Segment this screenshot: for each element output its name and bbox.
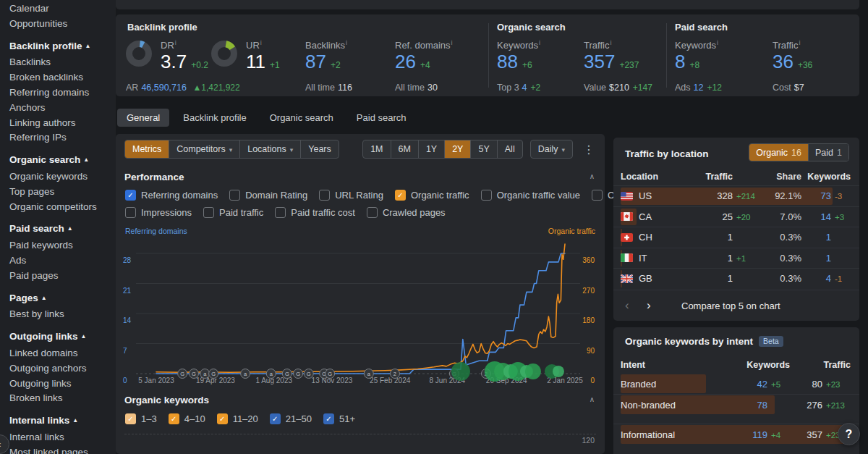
checkbox-impressions[interactable]: Impressions [125, 207, 192, 218]
svg-text:25 Feb 2024: 25 Feb 2024 [370, 377, 411, 384]
sidebar-item-best-by-links[interactable]: Best by links [9, 307, 116, 322]
sidebar-item-outgoing-links[interactable]: Outgoing links [9, 377, 116, 392]
checkbox-paid-traffic-cost[interactable]: Paid traffic cost [275, 207, 355, 218]
metrics-filter-button[interactable]: Metrics [125, 140, 169, 158]
location-row-ch[interactable]: CH10.3%1 [613, 227, 859, 248]
range-6m-button[interactable]: 6M [391, 140, 418, 158]
tab-backlink-profile[interactable]: Backlink profile [174, 109, 255, 127]
collapse-icon: ‹ [0, 439, 1, 450]
sidebar-group-internal-links[interactable]: Internal links▲ [9, 413, 116, 430]
checkbox-paid-traffic[interactable]: Paid traffic [203, 207, 263, 218]
range-5y-button[interactable]: 5Y [470, 140, 496, 158]
next-page-icon[interactable]: › [647, 298, 668, 313]
help-button[interactable]: ? [838, 423, 860, 445]
info-icon[interactable]: i [346, 39, 347, 46]
sidebar-collapse-button[interactable]: ‹ [0, 434, 9, 454]
location-row-gb[interactable]: GB10.3%4-1 [613, 268, 859, 289]
sidebar-item-linking-authors[interactable]: Linking authors [9, 116, 116, 131]
info-icon[interactable]: i [799, 39, 800, 46]
location-row-ca[interactable]: CA25+207.0%14+3 [613, 206, 859, 227]
sidebar-item-backlinks[interactable]: Backlinks [9, 55, 116, 70]
checkbox-51-[interactable]: ✓51+ [323, 413, 355, 424]
range-1y-button[interactable]: 1Y [418, 140, 444, 158]
tab-organic-search[interactable]: Organic search [260, 109, 343, 127]
organic-search-section-title: Organic search [497, 22, 566, 33]
sidebar-group-organic-search[interactable]: Organic search▲ [9, 153, 116, 169]
competitors-filter-button[interactable]: Competitors▾ [169, 140, 239, 158]
location-row-us[interactable]: US328+21492.1%73-3 [613, 185, 859, 206]
checkbox-4-10[interactable]: ✓4–10 [169, 413, 205, 424]
range-2y-button[interactable]: 2Y [444, 140, 470, 158]
toggle-organic-button[interactable]: Organic16 [749, 144, 808, 161]
sidebar-item-ads[interactable]: Ads [9, 253, 116, 269]
collapse-section-icon[interactable]: ∧ [590, 172, 595, 180]
checkbox-11-20[interactable]: ✓11–20 [217, 413, 258, 424]
location-row-it[interactable]: IT1+10.3%1 [613, 248, 859, 269]
sidebar-item-opportunities[interactable]: Opportunities [9, 17, 116, 32]
dr-stat: DRi 3.7+0.2 [161, 39, 208, 72]
flag-gb-icon [621, 274, 633, 283]
checkbox-domain-rating[interactable]: Domain Rating [229, 190, 307, 201]
checkbox-icon: ✓ [217, 413, 228, 424]
metric-checkbox-row: ImpressionsPaid trafficPaid traffic cost… [125, 207, 446, 218]
intent-row-non-branded[interactable]: Non-branded78276+213 [613, 395, 859, 415]
sidebar-item-broken-backlinks[interactable]: Broken backlinks [9, 70, 116, 85]
toggle-paid-button[interactable]: Paid1 [808, 144, 848, 161]
svg-text:90: 90 [587, 347, 595, 355]
column-keywords: Keywords [806, 172, 851, 182]
traffic-by-location-title: Traffic by location [625, 148, 709, 159]
date-range-group: 1M6M1Y2Y5YAll [362, 140, 523, 159]
sidebar-item-broken-links[interactable]: Broken links [9, 391, 116, 406]
more-options-icon[interactable]: ⋮ [580, 143, 597, 156]
checkbox-organic-traffic-value[interactable]: Organic traffic value [481, 190, 580, 201]
sidebar-group-backlink-profile[interactable]: Backlink profile▲ [9, 39, 116, 56]
info-icon[interactable]: i [260, 39, 262, 46]
granularity-dropdown[interactable]: Daily▾ [530, 140, 573, 159]
performance-chart[interactable]: 007901418021270283605 Jan 202319 Apr 202… [119, 238, 602, 384]
sidebar-item-paid-pages[interactable]: Paid pages [9, 269, 116, 284]
info-icon[interactable]: i [175, 39, 176, 46]
checkbox-crawled-pages[interactable]: Crawled pages [367, 207, 446, 218]
sidebar-item-referring-domains[interactable]: Referring domains [9, 85, 116, 101]
country-code: CA [639, 211, 652, 222]
info-icon[interactable]: i [451, 39, 453, 46]
info-icon[interactable]: i [717, 39, 718, 46]
chevron-up-icon: ▲ [85, 43, 91, 49]
sidebar-item-most-linked-pages[interactable]: Most linked pages [9, 445, 116, 454]
sidebar-item-internal-links[interactable]: Internal links [9, 430, 116, 445]
sidebar-group-outgoing-links[interactable]: Outgoing links▲ [9, 329, 116, 346]
up-arrow-icon: ▲ [192, 83, 201, 93]
sidebar-item-anchors[interactable]: Anchors [9, 101, 116, 116]
checkbox-url-rating[interactable]: URL Rating [319, 190, 383, 201]
sidebar-item-organic-competitors[interactable]: Organic competitors [9, 200, 116, 215]
sidebar-item-top-pages[interactable]: Top pages [9, 185, 116, 200]
intent-row-informational[interactable]: Informational119+4357+237 [613, 424, 859, 445]
sidebar-item-linked-domains[interactable]: Linked domains [9, 346, 116, 361]
years-filter-button[interactable]: Years [300, 140, 339, 158]
range-all-button[interactable]: All [497, 140, 522, 158]
dr-gauge-icon [124, 39, 153, 68]
range-1m-button[interactable]: 1M [363, 140, 390, 158]
tab-paid-search[interactable]: Paid search [347, 109, 416, 127]
checkbox-label: Impressions [141, 207, 192, 218]
collapse-section-icon[interactable]: ∧ [590, 395, 595, 403]
sidebar-item-organic-keywords[interactable]: Organic keywords [9, 169, 116, 185]
sidebar-item-calendar[interactable]: Calendar [9, 1, 116, 17]
sidebar-group-paid-search[interactable]: Paid search▲ [9, 222, 116, 238]
checkbox-organic-traffic[interactable]: ✓Organic traffic [395, 190, 469, 201]
locations-filter-button[interactable]: Locations▾ [239, 140, 300, 158]
svg-text:180: 180 [582, 316, 595, 324]
checkbox-1-3[interactable]: ✓1–3 [125, 413, 157, 424]
prev-page-icon[interactable]: ‹ [625, 298, 647, 313]
checkbox-referring-domains[interactable]: ✓Referring domains [125, 190, 218, 201]
info-icon[interactable]: i [539, 39, 540, 46]
info-icon[interactable]: i [610, 39, 611, 46]
intent-row-branded[interactable]: Branded42+580+23 [613, 374, 859, 394]
sidebar-item-referring-ips[interactable]: Referring IPs [9, 130, 116, 146]
tab-general[interactable]: General [117, 109, 169, 127]
compare-top5-link[interactable]: Compare top 5 on chart [681, 300, 780, 311]
sidebar-item-paid-keywords[interactable]: Paid keywords [9, 238, 116, 253]
sidebar-item-outgoing-anchors[interactable]: Outgoing anchors [9, 361, 116, 377]
sidebar-group-pages[interactable]: Pages▲ [9, 291, 116, 308]
checkbox-21-50[interactable]: ✓21–50 [270, 413, 312, 424]
